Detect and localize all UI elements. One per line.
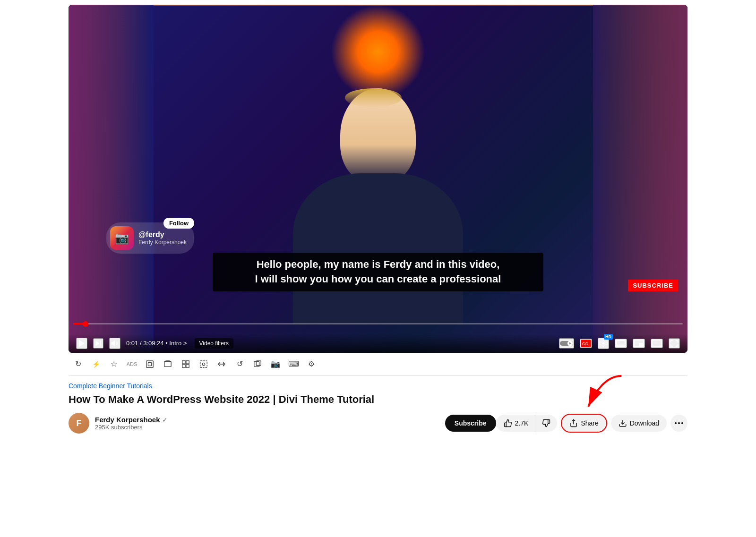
toolbar-keyboard[interactable]: ⌨ [286,357,301,372]
svg-marker-1 [96,341,100,346]
svg-rect-18 [182,361,185,364]
channel-avatar[interactable]: F [69,413,89,434]
progress-fill [73,323,86,324]
more-button[interactable] [670,415,687,432]
svg-rect-13 [639,343,643,346]
hd-badge: HD [604,334,613,340]
svg-rect-2 [100,341,101,346]
toolbar-crop[interactable] [196,357,211,372]
svg-point-30 [675,422,677,424]
instagram-info: @ferdy Ferdy Korpershoek [138,230,187,246]
settings-wrapper: HD [598,338,609,349]
follow-badge[interactable]: Follow [163,218,194,229]
toolbar-ads[interactable]: ADS [124,357,139,372]
autoplay-toggle[interactable] [559,338,574,349]
channel-row: F Ferdy Korpershoek ✓ 295K subscribers S… [69,413,687,434]
channel-info: Ferdy Korpershoek ✓ 295K subscribers [95,416,438,431]
svg-rect-20 [182,365,185,367]
svg-point-31 [678,422,680,424]
instagram-icon: 📷 [110,226,134,250]
next-button[interactable] [93,338,103,349]
subscriber-count: 295K subscribers [95,424,438,431]
light-effect [331,5,425,99]
video-toolbar: ↻ ⚡ ☆ ADS ↺ 📷 ⌨ ⚙ [69,353,687,376]
dislike-button[interactable] [535,415,557,432]
toolbar-grid[interactable] [178,357,193,372]
video-info: Complete Beginner Tutorials How To Make … [69,376,687,440]
svg-point-32 [681,422,683,424]
toolbar-overlay[interactable] [250,357,265,372]
miniplayer-button[interactable] [633,339,645,348]
verified-icon: ✓ [162,416,168,424]
instagram-handle: @ferdy [138,230,187,239]
svg-rect-14 [652,340,662,347]
video-player[interactable]: 📷 @ferdy Ferdy Korpershoek Follow SUBSCR… [69,5,687,353]
svg-rect-21 [186,365,189,367]
playlist-link[interactable]: Complete Beginner Tutorials [69,382,152,390]
theater-button[interactable] [615,339,627,348]
progress-track[interactable] [73,323,683,324]
instagram-overlay[interactable]: 📷 @ferdy Ferdy Korpershoek Follow [106,222,194,254]
share-container: Share [561,414,607,433]
svg-text:CC: CC [582,341,588,346]
download-label: Download [630,419,659,427]
video-controls: 0:01 / 3:09:24 • Intro > Video filters [69,334,687,353]
toolbar-loop[interactable]: ↻ [70,357,86,372]
progress-area[interactable] [69,323,687,324]
share-button[interactable]: Share [561,414,607,433]
cc-button[interactable]: CC [580,339,592,348]
svg-marker-0 [79,340,85,347]
toolbar-camera[interactable]: 📷 [268,357,283,372]
channel-name: Ferdy Korpershoek [95,416,160,424]
layout-button[interactable] [651,339,663,348]
toolbar-speed[interactable]: ⚡ [88,357,103,372]
toolbar-frame[interactable] [142,357,157,372]
subscribe-button[interactable]: Subscribe [445,415,496,432]
toolbar-settings[interactable]: ⚙ [304,357,319,372]
toolbar-star[interactable]: ☆ [106,357,121,372]
toolbar-arrows[interactable] [214,357,229,372]
svg-rect-17 [164,361,171,367]
share-label: Share [581,419,598,427]
right-controls: CC HD [559,338,680,349]
subscribe-badge[interactable]: SUBSCRIBE [628,280,678,291]
instagram-name: Ferdy Korpershoek [138,239,187,246]
svg-rect-16 [148,362,151,366]
svg-rect-19 [186,361,189,364]
like-count: 2.7K [515,419,529,427]
svg-rect-22 [200,361,207,367]
svg-rect-25 [254,361,259,367]
subtitle-overlay: Hello people, my name is Ferdy and in th… [213,253,543,291]
time-display: 0:01 / 3:09:24 • Intro > [126,340,187,347]
svg-marker-3 [112,340,115,346]
play-button[interactable] [76,338,87,349]
volume-button[interactable] [109,338,120,349]
toolbar-rotate[interactable]: ↺ [232,357,247,372]
video-title: How To Make A WordPress Website 2022 | D… [69,393,687,407]
like-button[interactable]: 2.7K [496,415,536,432]
svg-point-23 [202,363,205,365]
download-button[interactable]: Download [611,415,667,432]
svg-point-9 [602,342,605,344]
video-filters-button[interactable]: Video filters [195,338,233,349]
action-buttons: 2.7K Share [496,414,687,433]
fullscreen-button[interactable] [669,338,680,349]
svg-rect-15 [146,361,153,367]
toolbar-screenshot[interactable] [160,357,175,372]
like-dislike-group: 2.7K [496,415,558,432]
